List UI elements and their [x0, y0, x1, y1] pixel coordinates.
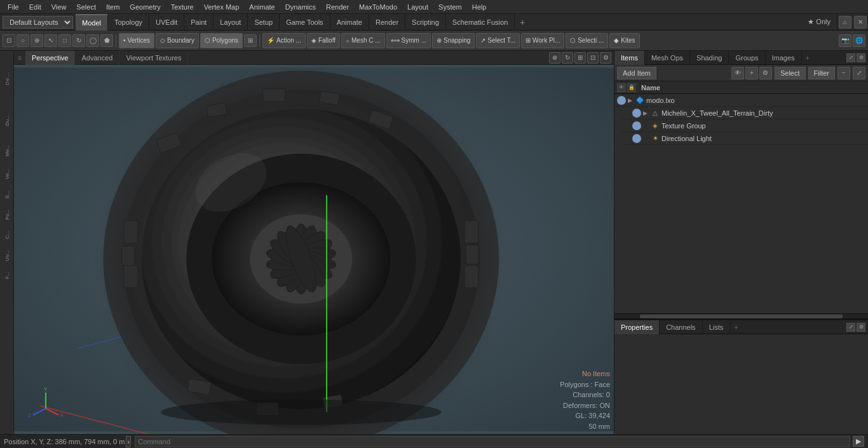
viewport[interactable]: ≡ Perspective Advanced Viewport Textures… [14, 51, 614, 434]
toolbar-boundary-btn[interactable]: ◇ Boundary [156, 33, 199, 48]
tab-topology[interactable]: Topology [108, 14, 149, 31]
toolbar-box-icon[interactable]: □ [58, 34, 71, 47]
toolbar-vertices-btn[interactable]: • Vertices [119, 33, 154, 48]
toolbar-selectt-btn[interactable]: ↗ Select T... [476, 33, 520, 48]
menu-animate[interactable]: Animate [244, 2, 280, 12]
tab-layout[interactable]: Layout [214, 14, 248, 31]
toolbar-selecti-btn[interactable]: ⬡ Selecti ... [566, 33, 608, 48]
toolbar-camera-icon[interactable]: 📷 [839, 34, 851, 47]
tree-expand-modo-lxo[interactable]: ▶ [628, 97, 635, 104]
sidebar-icon-2[interactable]: Du... [1, 105, 13, 137]
viewport-3d-content[interactable]: No Items Polygons : Face Channels: 0 Def… [14, 65, 614, 434]
toolbar-select-icon[interactable]: ↖ [44, 34, 57, 47]
sidebar-icon-7[interactable]: C... [1, 226, 13, 245]
tab-schematic-fusion[interactable]: Schematic Fusion [446, 14, 515, 31]
toolbar-rotate-icon[interactable]: ↻ [72, 34, 85, 47]
bottom-tab-channels[interactable]: Channels [660, 320, 702, 334]
sidebar-icon-8[interactable]: UV... [1, 246, 13, 265]
tab-game-tools[interactable]: Game Tools [280, 14, 330, 31]
toolbar-symm-btn[interactable]: ⟺ Symm ... [386, 33, 431, 48]
menu-dynamics[interactable]: Dynamics [280, 2, 321, 12]
right-panel-expand-btn[interactable]: ⤢ [846, 53, 855, 62]
items-header-lock-icon[interactable]: 🔒 [627, 83, 636, 92]
bottom-tab-add-button[interactable]: + [730, 323, 742, 331]
right-tab-mesh-ops[interactable]: Mesh Ops [645, 51, 690, 65]
scene-tree-scrollbar[interactable] [614, 313, 868, 318]
items-filter-button[interactable]: Filter [808, 67, 835, 79]
menu-file[interactable]: File [3, 2, 24, 12]
toolbar-kites-btn[interactable]: ◆ Kites [609, 33, 639, 48]
viewport-tab-perspective[interactable]: Perspective [25, 51, 75, 65]
layout-dropdown[interactable]: Default Layouts [3, 16, 73, 29]
right-tab-items[interactable]: Items [614, 51, 645, 65]
viewport-tab-textures[interactable]: Viewport Textures [119, 51, 188, 65]
right-tab-shading[interactable]: Shading [690, 51, 729, 65]
viewport-ctrl-rotate[interactable]: ↻ [562, 52, 573, 64]
items-minus-btn[interactable]: − [837, 67, 850, 79]
menu-item[interactable]: Item [101, 2, 125, 12]
sidebar-icon-3[interactable]: Me... [1, 138, 13, 163]
items-header-vis-icon[interactable]: 👁 [617, 83, 626, 92]
toolbar-anchor-icon[interactable]: ⊕ [31, 34, 43, 47]
tree-vis-michelin[interactable] [632, 109, 641, 118]
toolbar-meshc-btn[interactable]: ⬦ Mesh C ... [341, 33, 385, 48]
sidebar-icon-4[interactable]: Ve... [1, 165, 13, 184]
tab-model[interactable]: Model [76, 14, 108, 31]
menu-layout[interactable]: Layout [402, 2, 433, 12]
viewport-ctrl-fit[interactable]: ⊡ [587, 52, 599, 64]
layout-settings-icon[interactable]: ✕ [854, 16, 867, 29]
toolbar-globe-icon[interactable]: 🌐 [853, 34, 865, 47]
sidebar-icon-5[interactable]: E... [1, 185, 13, 204]
items-expand-btn[interactable]: ⤢ [853, 67, 865, 79]
scene-tree[interactable]: ▶ 🔷 modo.lxo ▶ △ Michelin_X_Tweel_All_Te… [614, 94, 868, 313]
items-select-button[interactable]: Select [775, 67, 806, 79]
menu-help[interactable]: Help [467, 2, 492, 12]
tab-scripting[interactable]: Scripting [405, 14, 446, 31]
toolbar-workpl-btn[interactable]: ⊞ Work Pl... [521, 33, 564, 48]
toolbar-sphere-icon[interactable]: ○ [17, 34, 29, 47]
toolbar-falloff-btn[interactable]: ◈ Falloff [307, 33, 340, 48]
right-tab-add-button[interactable]: + [802, 54, 813, 62]
tree-item-michelin[interactable]: ▶ △ Michelin_X_Tweel_All_Terrain_Dirty [622, 107, 868, 119]
bottom-tab-lists[interactable]: Lists [703, 320, 731, 334]
viewport-ctrl-zoom[interactable]: ⊞ [574, 52, 586, 64]
menu-select[interactable]: Select [71, 2, 101, 12]
right-panel-gear-btn[interactable]: ⚙ [857, 53, 865, 62]
tree-vis-texture-group[interactable] [632, 121, 641, 130]
tree-item-directional-light[interactable]: ☀ Directional Light [622, 132, 868, 145]
bottom-panel-gear-btn[interactable]: ⚙ [857, 323, 865, 332]
bottom-tab-properties[interactable]: Properties [614, 320, 660, 334]
toolbar-extra-icon[interactable]: ⊞ [244, 34, 257, 47]
menu-texture[interactable]: Texture [166, 2, 199, 12]
viewport-menu-icon[interactable]: ≡ [14, 51, 25, 65]
toolbar-shape-icon[interactable]: ⬟ [100, 34, 113, 47]
toolbar-circle-icon[interactable]: ◯ [86, 34, 99, 47]
bottom-panel-expand-btn[interactable]: ⤢ [846, 323, 855, 332]
sidebar-icon-1[interactable]: De... [1, 53, 13, 104]
viewport-ctrl-settings[interactable]: ⚙ [600, 52, 611, 64]
menu-geometry[interactable]: Geometry [125, 2, 165, 12]
tab-uvedit[interactable]: UVEdit [149, 14, 184, 31]
sidebar-icon-9[interactable]: F... [1, 266, 13, 285]
tab-animate[interactable]: Animate [330, 14, 369, 31]
items-vis-icon[interactable]: 👁 [731, 67, 744, 79]
command-run-button[interactable]: ▶ [853, 436, 864, 447]
items-settings-icon[interactable]: ⚙ [759, 67, 772, 79]
add-layout-tab-button[interactable]: + [515, 17, 530, 27]
tab-paint[interactable]: Paint [184, 14, 214, 31]
toolbar-snapping-btn[interactable]: ⊕ Snapping [432, 33, 475, 48]
menu-render[interactable]: Render [321, 2, 354, 12]
layout-home-icon[interactable]: ⌂ [839, 16, 851, 29]
right-tab-groups[interactable]: Groups [729, 51, 765, 65]
command-input[interactable] [135, 436, 850, 447]
add-item-button[interactable]: Add Item [617, 67, 656, 79]
menu-edit[interactable]: Edit [24, 2, 46, 12]
tree-vis-modo-lxo[interactable] [617, 96, 626, 105]
viewport-ctrl-move[interactable]: ⊕ [549, 52, 560, 64]
tree-item-texture-group[interactable]: ◈ Texture Group [622, 119, 868, 132]
tab-star-only[interactable]: ★ Only [801, 14, 837, 31]
tab-setup[interactable]: Setup [248, 14, 280, 31]
menu-view[interactable]: View [46, 2, 72, 12]
items-add-icon[interactable]: + [745, 67, 758, 79]
tab-render[interactable]: Render [369, 14, 405, 31]
